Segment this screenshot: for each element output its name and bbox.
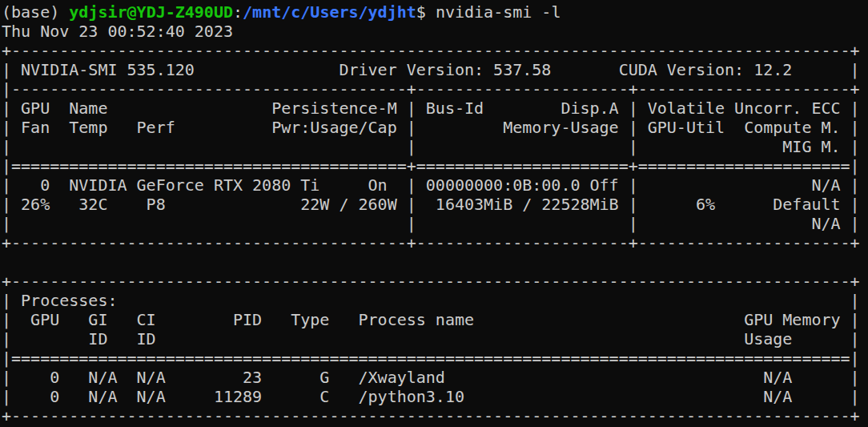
smi-header-separator: |---------------------------------------… bbox=[2, 79, 868, 99]
timestamp-line: Thu Nov 23 00:52:40 2023 bbox=[2, 22, 868, 41]
smi-header-row-3: | | | MIG M. | bbox=[2, 137, 868, 156]
prompt-dollar-sign: $ bbox=[416, 2, 426, 22]
gpu-data-row-3: | | | N/A | bbox=[2, 214, 868, 233]
conda-env-prefix: (base) bbox=[2, 2, 69, 22]
smi-table-bottom-border: +---------------------------------------… bbox=[2, 233, 868, 252]
smi-table-top-border: +---------------------------------------… bbox=[2, 41, 868, 60]
processes-title-row: | Processes: | bbox=[2, 291, 868, 310]
prompt-user-host: ydjsir@YDJ-Z490UD bbox=[69, 2, 233, 22]
smi-header-row-1: | GPU Name Persistence-M | Bus-Id Disp.A… bbox=[2, 99, 868, 118]
prompt-cwd: /mnt/c/Users/ydjht bbox=[243, 2, 416, 22]
smi-version-row: | NVIDIA-SMI 535.120 Driver Version: 537… bbox=[2, 60, 868, 79]
gpu-data-row-2: | 26% 32C P8 22W / 260W | 16403MiB / 225… bbox=[2, 195, 868, 214]
processes-header-divider: |=======================================… bbox=[2, 348, 868, 368]
gpu-data-row-1: | 0 NVIDIA GeForce RTX 2080 Ti On | 0000… bbox=[2, 175, 868, 195]
processes-table-bottom-border: +---------------------------------------… bbox=[2, 406, 868, 425]
process-row-python: | 0 N/A N/A 11289 C /python3.10 N/A | bbox=[2, 387, 868, 406]
smi-header-divider: |=======================================… bbox=[2, 156, 868, 175]
processes-header-row-2: | ID ID Usage | bbox=[2, 329, 868, 348]
processes-header-row-1: | GPU GI CI PID Type Process name GPU Me… bbox=[2, 310, 868, 329]
process-row-xwayland: | 0 N/A N/A 23 G /Xwayland N/A | bbox=[2, 368, 868, 387]
blank-line bbox=[2, 252, 868, 272]
prompt-colon: : bbox=[233, 2, 243, 22]
processes-table-top-border: +---------------------------------------… bbox=[2, 272, 868, 291]
typed-command: nvidia-smi -l bbox=[426, 2, 561, 22]
terminal-screen[interactable]: (base) ydjsir@YDJ-Z490UD:/mnt/c/Users/yd… bbox=[0, 0, 868, 427]
smi-header-row-2: | Fan Temp Perf Pwr:Usage/Cap | Memory-U… bbox=[2, 118, 868, 137]
prompt-line: (base) ydjsir@YDJ-Z490UD:/mnt/c/Users/yd… bbox=[2, 2, 868, 22]
